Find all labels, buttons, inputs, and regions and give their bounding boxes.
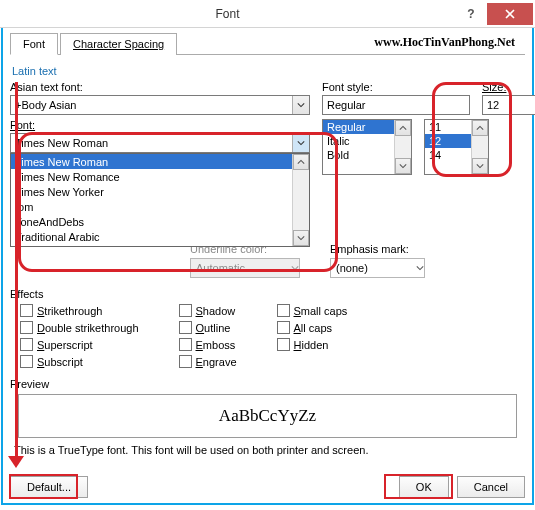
scroll-up-icon[interactable] xyxy=(472,120,488,136)
list-item[interactable]: Bold xyxy=(323,148,394,162)
font-label: Font: xyxy=(10,119,310,131)
checkbox-subscript[interactable]: Subscript xyxy=(20,355,139,368)
checkbox-icon[interactable] xyxy=(20,304,33,317)
font-dropdown-list[interactable]: Times New RomanTimes New RomanceTimes Ne… xyxy=(10,153,310,247)
asian-font-combo[interactable] xyxy=(10,95,310,115)
checkbox-emboss[interactable]: Emboss xyxy=(179,338,237,351)
scrollbar[interactable] xyxy=(471,120,488,174)
checkbox-hidden[interactable]: Hidden xyxy=(277,338,348,351)
checkbox-icon[interactable] xyxy=(179,321,192,334)
dropdown-icon[interactable] xyxy=(292,134,309,152)
list-item[interactable]: Times New Roman xyxy=(11,154,292,169)
dropdown-icon xyxy=(291,262,299,274)
font-style-label: Font style: xyxy=(322,81,470,93)
font-combo[interactable] xyxy=(10,133,310,153)
cancel-button[interactable]: Cancel xyxy=(457,476,525,498)
checkbox-all-caps[interactable]: All caps xyxy=(277,321,348,334)
scrollbar[interactable] xyxy=(292,154,309,246)
latin-text-label: Latin text xyxy=(12,65,525,77)
scroll-down-icon[interactable] xyxy=(395,158,411,174)
scrollbar[interactable] xyxy=(394,120,411,174)
checkbox-superscript[interactable]: Superscript xyxy=(20,338,139,351)
checkbox-outline[interactable]: Outline xyxy=(179,321,237,334)
scroll-down-icon[interactable] xyxy=(472,158,488,174)
preview-label: Preview xyxy=(10,378,525,390)
checkbox-icon[interactable] xyxy=(20,321,33,334)
font-style-input-box[interactable] xyxy=(322,95,470,115)
checkbox-double-strikethrough[interactable]: Double strikethrough xyxy=(20,321,139,334)
tab-font[interactable]: Font xyxy=(10,33,58,55)
effects-label: Effects xyxy=(10,288,525,300)
emphasis-label: Emphasis mark: xyxy=(330,243,425,255)
default-button[interactable]: Default... xyxy=(10,476,88,498)
dropdown-icon[interactable] xyxy=(416,262,424,274)
list-item[interactable]: 11 xyxy=(425,120,471,134)
ok-button[interactable]: OK xyxy=(399,476,449,498)
checkbox-engrave[interactable]: Engrave xyxy=(179,355,237,368)
tab-bar: Font Character Spacing www.HocTinVanPhon… xyxy=(10,32,525,55)
font-hint: This is a TrueType font. This font will … xyxy=(14,444,525,456)
font-style-input[interactable] xyxy=(323,96,469,114)
list-item[interactable]: ToneAndDebs xyxy=(11,214,292,229)
watermark: www.HocTinVanPhong.Net xyxy=(374,35,515,50)
list-item[interactable]: Italic xyxy=(323,134,394,148)
checkbox-icon[interactable] xyxy=(277,321,290,334)
emphasis-combo[interactable]: (none) xyxy=(330,258,425,278)
checkbox-icon[interactable] xyxy=(179,304,192,317)
help-button[interactable]: ? xyxy=(455,4,487,24)
close-button[interactable] xyxy=(487,3,533,25)
checkbox-small-caps[interactable]: Small caps xyxy=(277,304,348,317)
asian-font-label: Asian text font: xyxy=(10,81,310,93)
list-item[interactable]: Traditional Arabic xyxy=(11,229,292,244)
scroll-up-icon[interactable] xyxy=(293,154,309,170)
checkbox-icon[interactable] xyxy=(20,355,33,368)
window-title: Font xyxy=(0,7,455,21)
list-item[interactable]: Regular xyxy=(323,120,394,134)
size-label: Size: xyxy=(482,81,535,93)
list-item[interactable]: Times New Romance xyxy=(11,169,292,184)
list-item[interactable]: Times New Yorker xyxy=(11,184,292,199)
preview-box: AaBbCcYyZz xyxy=(18,394,517,438)
checkbox-icon[interactable] xyxy=(277,304,290,317)
checkbox-icon[interactable] xyxy=(20,338,33,351)
asian-font-input[interactable] xyxy=(11,96,292,114)
font-input[interactable] xyxy=(11,134,292,152)
checkbox-icon[interactable] xyxy=(179,338,192,351)
checkbox-strikethrough[interactable]: Strikethrough xyxy=(20,304,139,317)
checkbox-shadow[interactable]: Shadow xyxy=(179,304,237,317)
size-list[interactable]: 111214 xyxy=(424,119,489,175)
checkbox-icon[interactable] xyxy=(179,355,192,368)
size-input[interactable] xyxy=(483,96,535,114)
font-style-list[interactable]: RegularItalicBold xyxy=(322,119,412,175)
list-item[interactable]: 12 xyxy=(425,134,471,148)
scroll-up-icon[interactable] xyxy=(395,120,411,136)
list-item[interactable]: tom xyxy=(11,199,292,214)
dropdown-icon[interactable] xyxy=(292,96,309,114)
scroll-down-icon[interactable] xyxy=(293,230,309,246)
list-item[interactable]: 14 xyxy=(425,148,471,162)
titlebar: Font ? xyxy=(0,0,535,28)
underline-color-combo: Automatic xyxy=(190,258,300,278)
checkbox-icon[interactable] xyxy=(277,338,290,351)
size-input-box[interactable] xyxy=(482,95,535,115)
tab-character-spacing[interactable]: Character Spacing xyxy=(60,33,177,55)
